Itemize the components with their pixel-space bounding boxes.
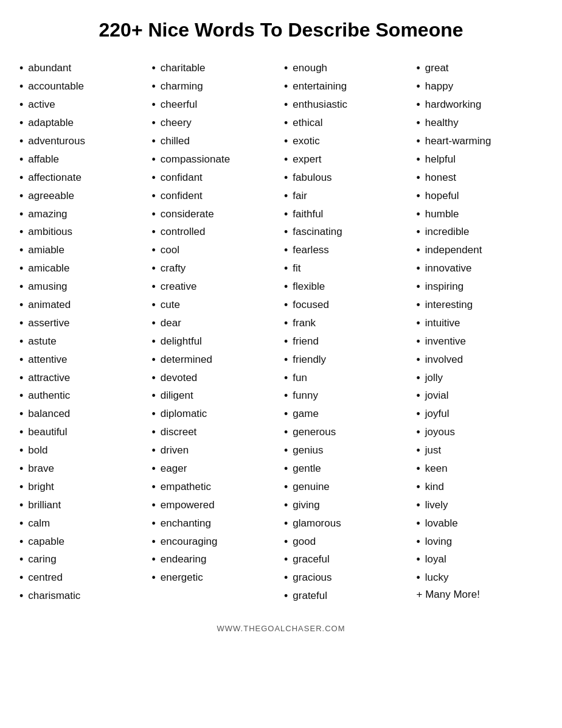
list-item: cheery	[152, 114, 279, 133]
list-item: considerate	[152, 206, 279, 224]
list-item: ethical	[284, 114, 411, 133]
list-item: healthy	[417, 114, 543, 133]
list-item: innovative	[417, 260, 543, 278]
more-label: + Many More!	[417, 589, 543, 601]
list-item: creative	[152, 278, 279, 296]
list-item: joyful	[417, 405, 543, 424]
list-item: keen	[417, 460, 543, 478]
list-item: independent	[417, 242, 543, 260]
list-item: joyous	[417, 424, 543, 442]
columns-wrapper: abundantaccountableactiveadaptableadvent…	[19, 60, 543, 606]
list-item: empathetic	[152, 478, 279, 497]
list-item: lovable	[417, 515, 543, 533]
list-item: attractive	[19, 369, 146, 388]
list-item: amusing	[19, 278, 146, 296]
list-item: discreet	[152, 424, 279, 442]
page-title: 220+ Nice Words To Describe Someone	[19, 18, 543, 41]
list-item: cheerful	[152, 96, 279, 114]
list-item: loyal	[417, 551, 543, 569]
list-item: good	[284, 533, 411, 551]
list-item: compassionate	[152, 151, 279, 169]
list-item: beautiful	[19, 424, 146, 442]
list-item: charitable	[152, 60, 279, 78]
list-item: fabulous	[284, 169, 411, 187]
list-item: loving	[417, 533, 543, 551]
list-item: expert	[284, 151, 411, 169]
word-list-2: charitablecharmingcheerfulcheerychilledc…	[152, 60, 279, 587]
list-item: abundant	[19, 60, 146, 78]
list-item: friend	[284, 333, 411, 351]
list-item: flexible	[284, 278, 411, 296]
list-item: game	[284, 405, 411, 424]
list-item: gracious	[284, 569, 411, 587]
list-item: jolly	[417, 369, 543, 388]
word-list-3: enoughentertainingenthusiasticethicalexo…	[284, 60, 411, 606]
list-item: focused	[284, 296, 411, 315]
list-item: adaptable	[19, 114, 146, 133]
list-item: diligent	[152, 387, 279, 405]
list-item: lucky	[417, 569, 543, 587]
list-item: devoted	[152, 369, 279, 388]
list-item: frank	[284, 315, 411, 333]
list-item: diplomatic	[152, 405, 279, 424]
list-item: lively	[417, 497, 543, 515]
column-4: greathappyhardworkinghealthyheart-warmin…	[417, 60, 543, 606]
list-item: fit	[284, 260, 411, 278]
list-item: centred	[19, 569, 146, 587]
list-item: confidant	[152, 169, 279, 187]
list-item: balanced	[19, 405, 146, 424]
column-3: enoughentertainingenthusiasticethicalexo…	[284, 60, 411, 606]
list-item: bright	[19, 478, 146, 497]
list-item: agreeable	[19, 187, 146, 206]
list-item: fascinating	[284, 223, 411, 242]
list-item: funny	[284, 387, 411, 405]
list-item: great	[417, 60, 543, 78]
list-item: friendly	[284, 351, 411, 369]
list-item: exotic	[284, 133, 411, 151]
list-item: charismatic	[19, 587, 146, 606]
list-item: genuine	[284, 478, 411, 497]
list-item: interesting	[417, 296, 543, 315]
list-item: genius	[284, 442, 411, 460]
list-item: confident	[152, 187, 279, 206]
list-item: grateful	[284, 587, 411, 606]
list-item: honest	[417, 169, 543, 187]
page-container: 220+ Nice Words To Describe Someone abun…	[7, 0, 555, 654]
list-item: endearing	[152, 551, 279, 569]
list-item: affable	[19, 151, 146, 169]
list-item: astute	[19, 333, 146, 351]
list-item: encouraging	[152, 533, 279, 551]
list-item: caring	[19, 551, 146, 569]
list-item: incredible	[417, 223, 543, 242]
list-item: graceful	[284, 551, 411, 569]
word-list-4: greathappyhardworkinghealthyheart-warmin…	[417, 60, 543, 587]
footer-text: WWW.THEGOALCHASER.COM	[19, 624, 543, 642]
list-item: dear	[152, 315, 279, 333]
list-item: enchanting	[152, 515, 279, 533]
list-item: enthusiastic	[284, 96, 411, 114]
list-item: energetic	[152, 569, 279, 587]
list-item: cute	[152, 296, 279, 315]
list-item: humble	[417, 206, 543, 224]
list-item: authentic	[19, 387, 146, 405]
list-item: giving	[284, 497, 411, 515]
list-item: faithful	[284, 206, 411, 224]
list-item: just	[417, 442, 543, 460]
list-item: charming	[152, 78, 279, 96]
list-item: driven	[152, 442, 279, 460]
list-item: amazing	[19, 206, 146, 224]
list-item: intuitive	[417, 315, 543, 333]
list-item: affectionate	[19, 169, 146, 187]
list-item: inspiring	[417, 278, 543, 296]
list-item: brave	[19, 460, 146, 478]
list-item: eager	[152, 460, 279, 478]
list-item: involved	[417, 351, 543, 369]
list-item: amiable	[19, 242, 146, 260]
list-item: hopeful	[417, 187, 543, 206]
list-item: delightful	[152, 333, 279, 351]
list-item: enough	[284, 60, 411, 78]
list-item: ambitious	[19, 223, 146, 242]
list-item: active	[19, 96, 146, 114]
list-item: adventurous	[19, 133, 146, 151]
list-item: bold	[19, 442, 146, 460]
